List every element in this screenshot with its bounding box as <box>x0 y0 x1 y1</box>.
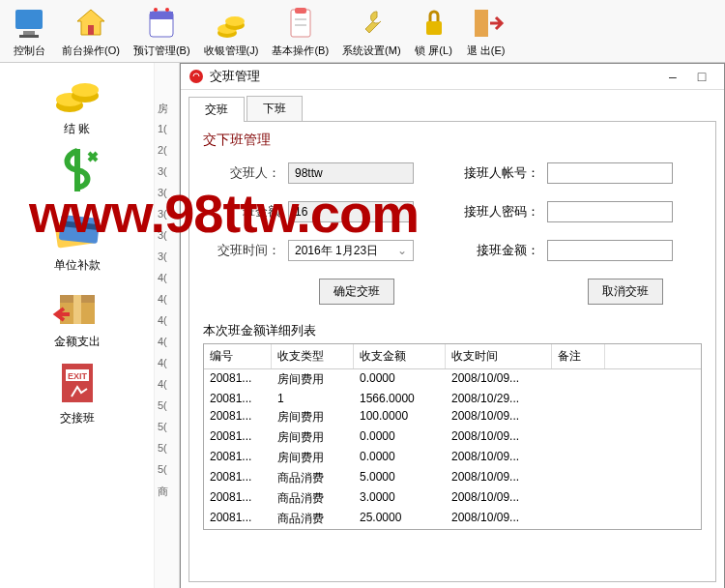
toolbar-label: 控制台 <box>14 44 45 58</box>
maximize-button[interactable]: □ <box>687 69 716 84</box>
shift-time-picker[interactable]: 2016年 1月23日 ⌄ <box>288 240 414 261</box>
cell: 2008/10/09... <box>446 448 552 468</box>
cell: 2008/10/09... <box>446 407 552 427</box>
cell: 20081... <box>204 407 272 427</box>
toolbar-home[interactable]: 前台操作(O) <box>56 2 126 60</box>
ruler-mark: 5( <box>155 421 179 442</box>
cell: 商品消费 <box>272 468 354 488</box>
ruler-mark: 4( <box>155 272 179 293</box>
tab-1[interactable]: 下班 <box>246 96 303 121</box>
col-header[interactable]: 收支类型 <box>272 344 354 368</box>
dollar-icon <box>48 143 106 195</box>
toolbar-cashier[interactable]: 收银管理(J) <box>198 2 265 60</box>
svg-text:EXIT: EXIT <box>67 371 87 381</box>
home-icon <box>72 4 110 43</box>
cell: 20081... <box>204 509 272 529</box>
table-row[interactable]: 20081...房间费用0.00002008/10/09... <box>204 448 701 468</box>
minimize-button[interactable]: – <box>658 69 687 84</box>
ruler-mark: 4( <box>155 314 179 336</box>
toolbar-monitor[interactable]: 控制台 <box>4 2 54 60</box>
svg-point-7 <box>165 8 169 12</box>
cell: 房间费用 <box>272 448 354 468</box>
sidebar-label: 结 账 <box>64 121 90 137</box>
cell: 5.0000 <box>354 468 446 488</box>
ruler-mark: 3( <box>155 165 179 187</box>
calendar-icon <box>142 4 181 43</box>
toolbar-exit[interactable]: 退 出(E) <box>461 2 511 60</box>
cell: 2008/10/29... <box>446 390 552 407</box>
recv-password-label: 接班人密码： <box>452 203 539 220</box>
table-row[interactable]: 20081...商品消费25.00002008/10/09... <box>204 509 701 529</box>
svg-rect-1 <box>23 31 35 35</box>
cell: 20081... <box>204 488 272 509</box>
table-row[interactable]: 20081...房间费用100.00002008/10/09... <box>204 407 701 427</box>
sidebar-card[interactable]: 单位补款 <box>48 203 106 274</box>
card-icon <box>48 203 106 255</box>
ruler-mark: 房 <box>155 102 179 123</box>
table-row[interactable]: 20081...房间费用0.00002008/10/09... <box>204 427 701 448</box>
cell: 2008/10/09... <box>446 369 552 390</box>
toolbar-label: 前台操作(O) <box>62 44 120 58</box>
shift-amount-input[interactable] <box>288 201 414 222</box>
table-row[interactable]: 20081...商品消费5.00002008/10/09... <box>204 468 701 488</box>
recv-account-label: 接班人帐号： <box>452 164 539 182</box>
coins-icon <box>48 67 106 119</box>
ruler-mark: 4( <box>155 378 179 399</box>
cell: 2008/10/09... <box>446 427 552 448</box>
cell <box>552 369 605 390</box>
cell: 1566.0000 <box>354 390 446 407</box>
recv-password-input[interactable] <box>547 201 673 222</box>
sidebar-box[interactable]: 金额支出 <box>48 279 106 350</box>
toolbar-clipboard[interactable]: 基本操作(B) <box>266 2 334 60</box>
ruler-mark: 3( <box>155 187 179 208</box>
toolbar-lock[interactable]: 锁 屏(L) <box>409 2 459 60</box>
cell <box>552 488 605 509</box>
col-header[interactable]: 收支时间 <box>446 344 552 368</box>
box-icon <box>48 279 106 332</box>
svg-rect-3 <box>88 25 94 35</box>
table-row[interactable]: 20081...11566.00002008/10/29... <box>204 390 701 407</box>
wrench-icon <box>352 4 391 43</box>
col-header[interactable]: 编号 <box>204 344 272 368</box>
app-icon <box>188 69 204 84</box>
detail-table: 编号收支类型收支金额收支时间备注 20081...房间费用0.00002008/… <box>203 343 702 530</box>
cell: 0.0000 <box>354 448 446 468</box>
cell <box>552 509 605 529</box>
ruler-mark: 4( <box>155 293 179 314</box>
sidebar-dollar[interactable] <box>48 143 106 197</box>
svg-rect-17 <box>475 10 488 37</box>
table-row[interactable]: 20081...房间费用0.00002008/10/09... <box>204 369 701 390</box>
svg-rect-27 <box>73 295 81 324</box>
tabs: 交班下班 <box>188 96 724 121</box>
table-title: 本次班金额详细列表 <box>203 322 702 339</box>
svg-point-21 <box>72 83 99 97</box>
cashier-icon <box>212 4 250 43</box>
cell: 0.0000 <box>354 427 446 448</box>
shift-amount-label: 班金额 <box>203 203 280 220</box>
cell: 20081... <box>204 427 272 448</box>
cell: 100.0000 <box>354 407 446 427</box>
svg-rect-16 <box>426 21 442 35</box>
sidebar-coins[interactable]: 结 账 <box>48 67 106 137</box>
cancel-shift-button[interactable]: 取消交班 <box>588 279 663 305</box>
table-row[interactable]: 20081...商品消费3.00002008/10/09... <box>204 488 701 509</box>
col-header[interactable]: 收支金额 <box>354 344 446 368</box>
toolbar-calendar[interactable]: 预订管理(B) <box>128 2 196 60</box>
recv-amount-input[interactable] <box>547 240 673 261</box>
recv-account-input[interactable] <box>547 162 673 184</box>
toolbar-label: 系统设置(M) <box>342 44 401 58</box>
cell <box>552 427 605 448</box>
recv-amount-label: 接班金额： <box>452 242 539 259</box>
toolbar-wrench[interactable]: 系统设置(M) <box>336 2 407 60</box>
monitor-icon <box>10 4 48 43</box>
col-header[interactable]: 备注 <box>552 344 605 368</box>
tab-0[interactable]: 交班 <box>188 97 245 122</box>
clipboard-icon <box>281 4 320 43</box>
cell <box>552 390 605 407</box>
shift-person-input[interactable] <box>288 162 414 184</box>
confirm-shift-button[interactable]: 确定交班 <box>319 279 394 305</box>
sidebar-exitdoor[interactable]: EXIT交接班 <box>48 356 106 426</box>
cell <box>552 407 605 427</box>
cell: 1 <box>272 390 354 407</box>
panel: 交下班管理 交班人： 接班人帐号： 班金额 接班人密码： 交班时间： 2016年… <box>188 121 716 582</box>
